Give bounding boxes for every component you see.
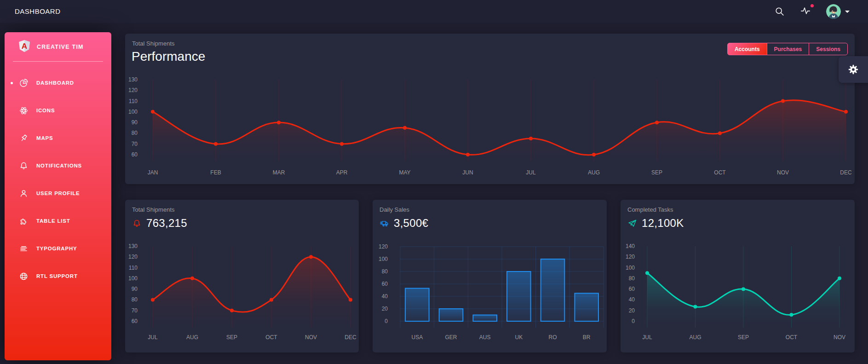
svg-text:APR: APR — [336, 169, 348, 176]
sidebar-item-label: MAPS — [36, 135, 53, 141]
svg-text:AUS: AUS — [479, 334, 491, 341]
sidebar: A CREATIVE TIM DASHBOARD — [5, 32, 111, 360]
bell-icon — [19, 161, 29, 171]
svg-text:60: 60 — [629, 286, 635, 292]
svg-text:FEB: FEB — [210, 169, 221, 176]
completed-tasks-card: Completed Tasks 12,100K 0204060801001201… — [621, 200, 855, 352]
svg-text:OCT: OCT — [265, 334, 277, 341]
gear-icon — [847, 64, 859, 75]
atom-icon — [19, 106, 29, 116]
svg-text:USA: USA — [411, 334, 423, 341]
daily-sales-bar-chart: 020406080100120USAGERAUSUKROBR — [373, 239, 607, 350]
svg-text:90: 90 — [132, 119, 138, 126]
stat-value: 12,100K — [642, 217, 684, 230]
svg-text:60: 60 — [382, 281, 388, 287]
activity-icon[interactable] — [800, 6, 811, 17]
stat-row: 12,100K — [627, 217, 684, 230]
stat-value: 763,215 — [146, 217, 187, 230]
svg-text:120: 120 — [626, 254, 635, 260]
settings-panel-toggle[interactable] — [839, 56, 868, 83]
chart-pie-icon — [19, 78, 29, 88]
svg-text:BR: BR — [583, 334, 591, 341]
svg-text:JUL: JUL — [642, 334, 652, 341]
svg-text:JUL: JUL — [526, 169, 536, 176]
svg-text:110: 110 — [129, 98, 138, 104]
total-shipments-card: Total Shipments 763,215 6070809010011012… — [125, 200, 359, 352]
brand[interactable]: A CREATIVE TIM — [5, 39, 111, 62]
top-navbar: DASHBOARD — [0, 0, 868, 23]
svg-text:AUG: AUG — [186, 334, 198, 341]
stat-value: 3,500€ — [394, 217, 428, 230]
navbar-actions — [775, 0, 850, 23]
card-category: Total Shipments — [132, 206, 175, 213]
svg-text:0: 0 — [385, 318, 388, 324]
svg-text:NOV: NOV — [777, 169, 789, 176]
card-category: Completed Tasks — [627, 206, 673, 213]
svg-text:20: 20 — [629, 307, 635, 314]
card-category: Daily Sales — [379, 206, 409, 213]
sidebar-item-notifications[interactable]: NOTIFICATIONS — [5, 152, 111, 179]
shipments-line-chart: 60708090100110120130JULAUGSEPOCTNOVDEC — [125, 239, 359, 350]
chart-tab-group: Accounts Purchases Sessions — [727, 43, 848, 55]
svg-text:A: A — [22, 41, 27, 51]
card-category: Total Shipments — [132, 40, 175, 47]
svg-text:OCT: OCT — [714, 169, 726, 176]
svg-text:130: 130 — [128, 76, 138, 83]
svg-text:SEP: SEP — [651, 169, 662, 176]
svg-text:70: 70 — [132, 141, 138, 147]
sidebar-item-typography[interactable]: TYPOGRAPHY — [5, 235, 111, 262]
svg-text:AUG: AUG — [588, 169, 600, 176]
user-menu[interactable] — [826, 4, 850, 19]
svg-text:60: 60 — [132, 151, 138, 158]
sidebar-item-rtl-support[interactable]: RTL SUPPORT — [5, 262, 111, 290]
active-indicator-dot — [11, 82, 13, 84]
avatar[interactable] — [826, 4, 841, 19]
svg-text:20: 20 — [382, 306, 388, 312]
delivery-truck-icon — [379, 219, 389, 228]
svg-text:SEP: SEP — [226, 334, 237, 341]
tab-sessions[interactable]: Sessions — [809, 43, 848, 55]
pin-icon — [19, 133, 29, 143]
svg-text:DEC: DEC — [840, 169, 852, 176]
user-icon — [19, 189, 29, 198]
globe-icon — [19, 272, 29, 281]
align-text-icon — [19, 244, 29, 254]
svg-text:120: 120 — [379, 243, 388, 250]
svg-text:JUN: JUN — [462, 169, 473, 176]
svg-text:100: 100 — [128, 275, 138, 282]
tab-accounts[interactable]: Accounts — [727, 43, 767, 55]
svg-text:DEC: DEC — [345, 334, 356, 341]
send-icon — [627, 219, 637, 228]
sidebar-item-maps[interactable]: MAPS — [5, 124, 111, 152]
sidebar-item-label: RTL SUPPORT — [36, 273, 78, 279]
notification-dot — [811, 4, 814, 7]
brand-name: CREATIVE TIM — [37, 44, 84, 50]
svg-text:60: 60 — [132, 318, 138, 324]
svg-text:70: 70 — [132, 307, 138, 314]
dashboard-page: DASHBOARD — [0, 0, 868, 364]
search-icon[interactable] — [775, 6, 785, 17]
svg-text:NOV: NOV — [834, 334, 845, 341]
sidebar-item-dashboard[interactable]: DASHBOARD — [5, 69, 111, 97]
svg-text:UK: UK — [515, 334, 523, 341]
completed-tasks-line-chart: 020406080100120140JULAUGSEPOCTNOV — [621, 239, 855, 350]
daily-sales-card: Daily Sales 3,500€ 020406080100120USAGER… — [373, 200, 607, 352]
svg-text:80: 80 — [132, 296, 138, 303]
svg-text:RO: RO — [549, 334, 557, 341]
svg-text:40: 40 — [629, 296, 635, 303]
svg-text:OCT: OCT — [786, 334, 798, 341]
sidebar-item-label: ICONS — [36, 108, 55, 113]
sidebar-item-icons[interactable]: ICONS — [5, 97, 111, 124]
angular-logo-icon: A — [18, 40, 30, 52]
tab-purchases[interactable]: Purchases — [767, 43, 810, 55]
svg-text:110: 110 — [129, 265, 138, 271]
svg-text:SEP: SEP — [738, 334, 749, 341]
svg-text:80: 80 — [132, 130, 138, 136]
svg-text:MAY: MAY — [399, 169, 410, 176]
sidebar-item-user-profile[interactable]: USER PROFILE — [5, 179, 111, 207]
sidebar-item-table-list[interactable]: TABLE LIST — [5, 207, 111, 235]
performance-card: Total Shipments Performance Accounts Pur… — [125, 34, 855, 184]
chevron-down-icon — [845, 11, 850, 13]
sidebar-item-label: USER PROFILE — [36, 191, 80, 196]
stat-row: 763,215 — [132, 217, 187, 230]
